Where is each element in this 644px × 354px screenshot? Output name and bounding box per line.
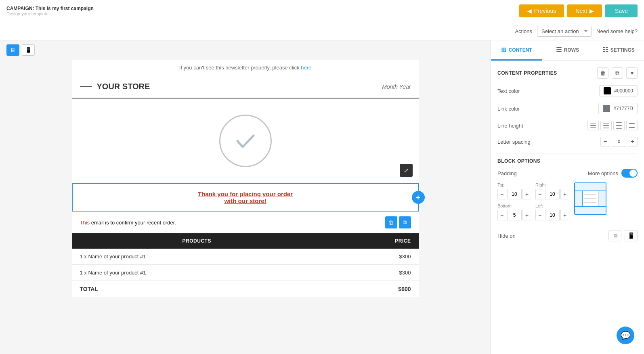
campaign-prefix: CAMPAIGN: bbox=[6, 6, 34, 11]
mobile-hide-icon: 📱 bbox=[627, 232, 635, 239]
link-color-value: #71777D bbox=[613, 106, 633, 111]
email-header: YOUR STORE Month Year bbox=[72, 75, 419, 98]
line-height-row: Line height bbox=[497, 121, 638, 130]
previous-button[interactable]: ◀ Previous bbox=[519, 4, 564, 17]
mobile-icon: 📱 bbox=[25, 47, 32, 53]
text-color-label: Text color bbox=[497, 88, 520, 94]
content-tab-label: CONTENT bbox=[509, 47, 532, 53]
padding-bottom-input[interactable] bbox=[507, 210, 522, 220]
save-button[interactable]: Save bbox=[605, 4, 638, 17]
desktop-view-button[interactable]: 🖥 bbox=[6, 44, 19, 56]
letter-spacing-label: Letter spacing bbox=[497, 139, 531, 145]
padding-left-input[interactable] bbox=[545, 210, 560, 220]
add-block-button[interactable]: + bbox=[412, 191, 425, 204]
padding-bottom-label: Bottom bbox=[497, 203, 531, 208]
hide-on-mobile-button[interactable]: 📱 bbox=[625, 230, 638, 241]
tab-settings[interactable]: ☷ SETTINGS bbox=[593, 40, 644, 61]
expand-icon: ⤢ bbox=[404, 167, 409, 174]
copy-section-button[interactable]: ⧉ bbox=[612, 67, 623, 79]
padding-section: Top − + Right − + bbox=[497, 182, 638, 225]
tab-rows[interactable]: ☰ ROWS bbox=[542, 40, 593, 61]
content-tab-icon: ⊞ bbox=[501, 46, 506, 54]
this-link[interactable]: This bbox=[80, 220, 90, 226]
settings-tab-icon: ☷ bbox=[602, 46, 608, 54]
mobile-view-button[interactable]: 📱 bbox=[22, 44, 35, 56]
text-color-swatch bbox=[604, 87, 611, 94]
hide-on-desktop-button[interactable]: 🖥 bbox=[608, 230, 621, 241]
pp-line-2 bbox=[584, 198, 596, 199]
section-header-actions: 🗑 ⧉ ▾ bbox=[597, 67, 638, 79]
block-options-title: BLOCK OPTIONS bbox=[497, 158, 638, 164]
link-color-label: Link color bbox=[497, 106, 520, 112]
table-row: 1 x Name of your product #1$300 bbox=[72, 265, 419, 281]
link-color-swatch bbox=[603, 105, 610, 112]
panel-content: CONTENT PROPERTIES 🗑 ⧉ ▾ Text color bbox=[491, 61, 644, 354]
products-table: PRODUCTS PRICE 1 x Name of your product … bbox=[72, 233, 419, 297]
email-canvas: If you can't see this newsletter properl… bbox=[72, 60, 419, 297]
letter-spacing-input[interactable] bbox=[612, 137, 626, 147]
main-area: 🖥 📱 If you can't see this newsletter pro… bbox=[0, 40, 644, 354]
actions-label: Actions bbox=[515, 28, 532, 34]
delete-block-button[interactable]: 🗑 bbox=[385, 216, 397, 228]
template-subtitle: Design your template bbox=[6, 11, 94, 16]
pp-top bbox=[575, 183, 606, 191]
copy-block-button[interactable]: ⧉ bbox=[399, 216, 411, 228]
padding-left-increase[interactable]: + bbox=[560, 210, 569, 220]
pp-line-3 bbox=[584, 202, 596, 203]
link-color-picker[interactable]: #71777D bbox=[598, 103, 638, 114]
padding-right-decrease[interactable]: − bbox=[535, 189, 544, 199]
trash-icon: 🗑 bbox=[388, 220, 394, 226]
line-height-normal-button[interactable] bbox=[600, 121, 612, 130]
section-divider bbox=[497, 153, 638, 153]
line-height-compact-button[interactable] bbox=[587, 121, 599, 130]
lh-normal-icon bbox=[603, 123, 609, 128]
padding-toggle-row: Padding More options bbox=[497, 169, 638, 178]
padding-bottom-decrease[interactable]: − bbox=[497, 210, 506, 220]
padding-top-increase[interactable]: + bbox=[522, 189, 531, 199]
line-height-wider-button[interactable] bbox=[626, 121, 638, 130]
letter-spacing-increase-button[interactable]: + bbox=[628, 137, 638, 147]
price-col-header: PRICE bbox=[322, 233, 419, 249]
next-label: Next bbox=[575, 8, 587, 14]
padding-bottom-increase[interactable]: + bbox=[522, 210, 531, 220]
total-row: TOTAL $600 bbox=[72, 281, 419, 297]
here-link[interactable]: here bbox=[301, 65, 311, 71]
padding-right-label: Right bbox=[535, 182, 569, 187]
padding-left-decrease[interactable]: − bbox=[535, 210, 544, 220]
checkmark-circle bbox=[219, 115, 272, 167]
table-row: 1 x Name of your product #1$300 bbox=[72, 249, 419, 265]
padding-right-input[interactable] bbox=[545, 189, 560, 199]
copy-icon: ⧉ bbox=[403, 219, 407, 226]
padding-top-input[interactable] bbox=[507, 189, 522, 199]
products-col-header: PRODUCTS bbox=[72, 233, 322, 249]
product-price: $300 bbox=[322, 249, 419, 265]
padding-right-increase[interactable]: + bbox=[560, 189, 569, 199]
table-header-row: PRODUCTS PRICE bbox=[72, 233, 419, 249]
lh-wide-icon bbox=[616, 122, 622, 129]
checkmark-section: ⤢ bbox=[72, 98, 419, 183]
chat-bubble[interactable]: 💬 bbox=[617, 327, 634, 344]
actions-select[interactable]: Select an action bbox=[537, 26, 592, 37]
checkmark-svg bbox=[231, 127, 260, 155]
more-options-label: More options bbox=[588, 170, 618, 176]
tab-content[interactable]: ⊞ CONTENT bbox=[491, 40, 542, 61]
link-color-row: Link color #71777D bbox=[497, 103, 638, 114]
letter-spacing-row: Letter spacing − + bbox=[497, 137, 638, 147]
text-color-picker[interactable]: #000000 bbox=[599, 85, 638, 96]
hide-on-row: Hide on 🖥 📱 bbox=[497, 230, 638, 241]
line-height-wide-button[interactable] bbox=[613, 121, 625, 130]
padding-right-field: Right − + bbox=[535, 182, 569, 199]
expand-button[interactable]: ⤢ bbox=[400, 164, 413, 177]
thank-you-section[interactable]: Thank you for placing your order with ou… bbox=[72, 183, 419, 212]
collapse-section-button[interactable]: ▾ bbox=[626, 67, 638, 79]
trash-section-icon: 🗑 bbox=[600, 70, 606, 76]
letter-spacing-decrease-button[interactable]: − bbox=[600, 137, 610, 147]
delete-section-button[interactable]: 🗑 bbox=[597, 67, 608, 79]
next-button[interactable]: Next ▶ bbox=[567, 4, 602, 17]
padding-top-decrease[interactable]: − bbox=[497, 189, 506, 199]
month-year: Month Year bbox=[382, 84, 411, 90]
settings-tab-label: SETTINGS bbox=[610, 47, 635, 53]
top-bar: CAMPAIGN: This is my first campaign Desi… bbox=[0, 0, 644, 22]
more-options-toggle-switch[interactable] bbox=[621, 169, 638, 178]
pp-right bbox=[598, 191, 606, 206]
